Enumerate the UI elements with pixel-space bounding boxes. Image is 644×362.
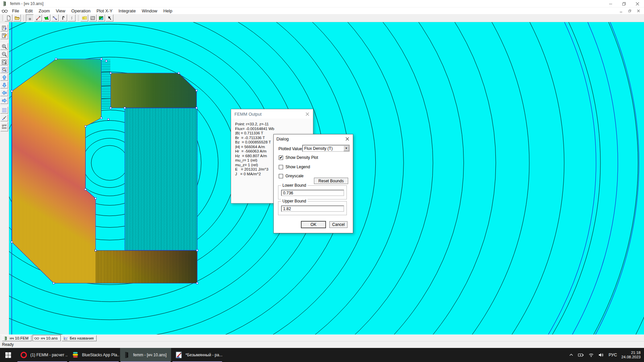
zoom-out-button[interactable]	[0, 51, 8, 58]
femm-output-close-icon[interactable]	[302, 109, 313, 119]
zoom-in-button[interactable]	[0, 43, 8, 50]
start-button[interactable]	[0, 348, 16, 362]
mdi-minimize-icon[interactable]	[616, 7, 625, 14]
pan-right-icon	[2, 98, 7, 103]
menu-view[interactable]: View	[53, 8, 68, 14]
toolbar	[0, 14, 644, 22]
menu-window[interactable]: Window	[139, 8, 160, 14]
show-density-plot-checkbox[interactable]: ✔	[279, 156, 283, 160]
upper-bound-group: Upper Bound	[278, 201, 347, 215]
arc-segment-tool-button[interactable]	[51, 14, 59, 21]
pan-right-button[interactable]	[0, 97, 8, 104]
menu-file[interactable]: File	[9, 8, 22, 14]
line-contour-tool-button[interactable]	[34, 14, 42, 21]
title-bar[interactable]: femm - [нч 10.ans]	[0, 0, 644, 7]
taskbar-item-bluestacks[interactable]: BlueStacks App Pla...	[68, 348, 119, 362]
menu-integrate[interactable]: Integrate	[115, 8, 139, 14]
edit-document-icon	[2, 33, 7, 38]
toolbar-grip	[2, 15, 3, 21]
vector-arrow-icon	[107, 16, 112, 20]
restore-icon[interactable]	[617, 0, 631, 7]
taskbar-item-femm[interactable]: femm - [нч 10.ans]	[120, 348, 171, 362]
taskbar-item-label: femm - [нч 10.ans]	[133, 353, 167, 357]
tray-expand-chevron-icon[interactable]	[569, 353, 574, 357]
window-title: femm - [нч 10.ans]	[10, 1, 44, 6]
minimize-icon[interactable]	[604, 0, 617, 7]
tab-untitled-plot[interactable]: Без названия	[62, 335, 97, 341]
area-block-tool-button[interactable]	[43, 14, 50, 21]
tray-date: 24.08.2023	[621, 355, 641, 359]
pan-down-button[interactable]	[0, 81, 8, 88]
ok-button[interactable]: OK	[301, 221, 326, 228]
snap-to-grid-button[interactable]	[0, 114, 8, 121]
femm-output-title: FEMM Output	[234, 112, 262, 117]
menu-zoom[interactable]: Zoom	[36, 8, 53, 14]
menu-edit[interactable]: Edit	[22, 8, 36, 14]
open-file-button[interactable]	[13, 14, 21, 21]
wifi-icon[interactable]	[588, 353, 594, 357]
windows-logo-icon	[5, 352, 11, 358]
zoom-extents-button[interactable]	[0, 58, 8, 65]
flux-lines-tool-button[interactable]	[68, 14, 75, 21]
paint-icon	[175, 351, 182, 359]
show-legend-checkbox[interactable]	[279, 165, 283, 169]
flux-lines-icon	[70, 16, 74, 20]
show-legend-label: Show Legend	[285, 165, 310, 169]
speaker-icon[interactable]	[598, 353, 604, 357]
zoom-out-icon	[2, 52, 7, 57]
taskbar-item-opera[interactable]: (1) FEMM - расчет ...	[17, 348, 68, 362]
show-grid-button[interactable]	[0, 107, 8, 114]
mdi-close-icon[interactable]	[634, 7, 643, 14]
upper-bound-input[interactable]	[281, 205, 344, 212]
contour-plot-button[interactable]	[89, 14, 97, 21]
taskbar-item-paint[interactable]: *Безымянный - ра...	[172, 348, 223, 362]
open-folder-icon	[14, 15, 20, 20]
lower-bound-input[interactable]	[281, 190, 344, 196]
mdi-window-controls	[616, 7, 643, 14]
zoom-window-button[interactable]	[0, 66, 8, 73]
femm-output-titlebar[interactable]: FEMM Output	[231, 109, 313, 119]
language-indicator[interactable]: РУС	[608, 353, 617, 357]
tab-fem-file[interactable]: нч 10.FEM	[2, 335, 32, 341]
grid-size-button[interactable]: grid size	[0, 122, 8, 131]
plotted-value-combobox[interactable]: Flux Density (T) ▼	[302, 145, 350, 152]
dialog-close-icon[interactable]	[341, 134, 353, 143]
arc-segment-icon	[52, 16, 57, 20]
status-text: Ready	[2, 342, 14, 347]
lower-bound-label: Lower Bound	[281, 183, 308, 188]
vector-arrow-button[interactable]	[106, 14, 113, 21]
close-icon[interactable]	[631, 0, 644, 7]
output-list-button[interactable]	[0, 24, 8, 32]
postprocessor-glasses-icon	[2, 8, 8, 13]
menu-plot-xy[interactable]: Plot X-Y	[94, 8, 116, 14]
menu-operation[interactable]: Operation	[68, 8, 94, 14]
edit-document-button[interactable]	[0, 32, 8, 39]
new-document-button[interactable]	[5, 14, 12, 21]
show-density-plot-row: ✔ Show Density Plot	[279, 155, 318, 160]
point-values-tool-button[interactable]	[26, 14, 34, 21]
area-block-icon	[44, 16, 49, 20]
clock[interactable]: 21:18 24.08.2023	[621, 351, 641, 359]
side-toolbar: grid size	[0, 22, 9, 335]
femm-application-window: femm - [нч 10.ans] File Edit Zoom View O…	[0, 0, 644, 362]
toolbar-grip	[23, 15, 24, 21]
density-plot-button[interactable]	[97, 14, 105, 21]
dialog-titlebar[interactable]: Dialog	[274, 134, 353, 143]
pan-down-icon	[2, 82, 7, 88]
status-bar: Ready	[0, 341, 644, 348]
mdi-restore-icon[interactable]	[625, 7, 634, 14]
menu-help[interactable]: Help	[160, 8, 175, 14]
pan-left-button[interactable]	[0, 89, 8, 96]
greyscale-checkbox[interactable]	[279, 174, 283, 178]
chevron-down-icon[interactable]: ▼	[343, 145, 349, 151]
output-list-icon	[2, 25, 7, 31]
show-density-plot-label: Show Density Plot	[285, 155, 318, 160]
pan-up-button[interactable]	[0, 74, 8, 81]
tab-ans-file[interactable]: нч 10.ans	[33, 335, 61, 341]
density-window-button[interactable]	[80, 14, 88, 21]
coil-file-icon	[4, 336, 8, 341]
reset-bounds-button[interactable]: Reset Bounds	[314, 178, 348, 184]
battery-icon[interactable]	[578, 353, 584, 357]
path-integral-tool-button[interactable]	[59, 14, 67, 21]
cancel-button[interactable]: Cancel	[329, 221, 347, 228]
